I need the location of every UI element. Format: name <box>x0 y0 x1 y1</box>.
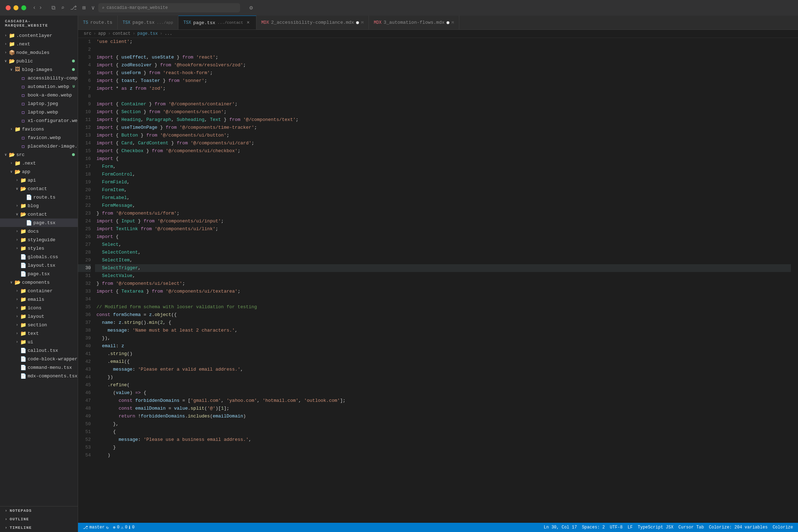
sidebar-item-src[interactable]: ∨ 📂 src <box>0 150 78 159</box>
tree-label: favicons <box>22 127 44 132</box>
sidebar-item-styles[interactable]: › 📁 styles <box>0 244 78 253</box>
sidebar-item-favicons[interactable]: › 📁 favicons <box>0 125 78 133</box>
sidebar-item-public[interactable]: ∨ 📂 public <box>0 57 78 65</box>
code-line: (value) => { <box>95 389 791 397</box>
sidebar-item-app[interactable]: ∨ 📂 app <box>0 167 78 176</box>
maximize-button[interactable] <box>21 5 26 10</box>
sidebar-item-route-ts[interactable]: 📄 route.ts <box>0 193 78 201</box>
folder-icon: 📁 <box>20 296 26 303</box>
eol[interactable]: LF <box>628 525 633 530</box>
language-mode[interactable]: TypeScript JSX <box>638 525 674 530</box>
folder-icon: 📁 <box>20 228 26 234</box>
git-branch[interactable]: ⎇ master ↻ <box>83 525 109 530</box>
sidebar-item-container[interactable]: › 📁 container <box>0 287 78 295</box>
tab-label: page.tsx <box>193 20 215 26</box>
sidebar-item-styleguide[interactable]: › 📁 styleguide <box>0 235 78 244</box>
sidebar-item-text[interactable]: › 📁 text <box>0 329 78 338</box>
close-button[interactable] <box>6 5 11 10</box>
file-icon: 📄 <box>20 254 26 260</box>
tab-route[interactable]: TS route.ts <box>78 16 118 29</box>
sidebar-item-book-demo-webp[interactable]: ◻ book-a-demo.webp <box>0 91 78 99</box>
sidebar-item-favicon-webp[interactable]: ◻ favicon.webp <box>0 133 78 142</box>
back-button[interactable]: ‹ <box>33 5 36 11</box>
cursor-position[interactable]: Ln 30, Col 17 <box>544 525 577 530</box>
sidebar-item-blog[interactable]: › 📁 blog <box>0 201 78 210</box>
tree-label: contact <box>28 186 47 192</box>
breadcrumb-file[interactable]: page.tsx <box>137 31 158 36</box>
indentation[interactable]: Spaces: 2 <box>582 525 605 530</box>
code-content[interactable]: 'use client'; import { useEffect, useSta… <box>95 38 798 523</box>
code-editor[interactable]: 123 456 789 101112 131415 161718 192021 … <box>78 38 798 523</box>
sidebar-item-x1-webp[interactable]: ◻ x1-configurator.webp <box>0 116 78 125</box>
sidebar-item-globals-css[interactable]: 📄 globals.css <box>0 253 78 261</box>
sidebar-item-automation-webp[interactable]: ◻ automation.webp U <box>0 82 78 91</box>
tab-close-button[interactable]: × <box>245 20 251 26</box>
code-line: import { toast, Toaster } from 'sonner'; <box>95 77 791 85</box>
chevron-down-icon[interactable]: ∨ <box>92 4 95 11</box>
colorize2-text: Colorize <box>772 525 793 530</box>
cursor-mode[interactable]: Cursor Tab <box>678 525 704 530</box>
search-icon[interactable]: ⌕ <box>61 4 65 11</box>
file-tree[interactable]: › 📁 .contentlayer › 📁 .next › 📦 node_mod… <box>0 31 78 506</box>
sidebar-item-ui[interactable]: › 📁 ui <box>0 338 78 346</box>
tab-page-contact[interactable]: TSX page.tsx .../contact × <box>178 16 256 29</box>
sidebar-item-placeholder-webp[interactable]: ◻ placeholder-image.webp <box>0 142 78 150</box>
folder-open-icon: 📂 <box>20 185 26 192</box>
colorize2-status[interactable]: Colorize <box>772 525 793 530</box>
sidebar-item-emails[interactable]: › 📁 emails <box>0 295 78 304</box>
sidebar-item-src-next[interactable]: › 📁 .next <box>0 159 78 167</box>
sidebar-item-page-tsx[interactable]: 📄 page.tsx <box>0 218 78 227</box>
code-line <box>95 46 791 54</box>
source-control-icon[interactable]: ⎇ <box>70 4 77 11</box>
sidebar-item-api[interactable]: › 📁 api <box>0 176 78 184</box>
sidebar-item-code-block[interactable]: 📄 code-block-wrapper.tsx <box>0 355 78 363</box>
breadcrumb-app[interactable]: app <box>98 31 106 36</box>
file-icon: ◻ <box>20 92 26 98</box>
sidebar-item-callout[interactable]: 📄 callout.tsx <box>0 346 78 355</box>
title-actions: ⚙ <box>249 4 253 11</box>
minimize-button[interactable] <box>13 5 18 10</box>
sidebar-item-accessibility-webp[interactable]: ◻ accessibility-complian... U <box>0 74 78 82</box>
extensions-icon[interactable]: ⊞ <box>82 4 86 11</box>
sidebar-item-page-tsx-root[interactable]: 📄 page.tsx <box>0 270 78 278</box>
breadcrumb-src[interactable]: src <box>84 31 92 36</box>
colorize-status[interactable]: Colorize: 204 variables <box>709 525 768 530</box>
sidebar-item-contact[interactable]: ∨ 📂 contact <box>0 210 78 218</box>
sidebar-item-icons[interactable]: › 📁 icons <box>0 304 78 312</box>
arrow-icon: › <box>14 323 20 327</box>
explorer-icon[interactable]: ⧉ <box>51 5 55 11</box>
file-icon: ◻ <box>20 117 26 124</box>
sidebar-item-layout[interactable]: › 📁 layout <box>0 312 78 321</box>
timeline-section[interactable]: › TIMELINE <box>0 523 78 532</box>
encoding[interactable]: UTF-8 <box>610 525 622 530</box>
sidebar-item-command-menu[interactable]: 📄 command-menu.tsx <box>0 363 78 372</box>
sidebar-item-blog-images[interactable]: ∨ 🖼 blog-images <box>0 65 78 74</box>
breadcrumb-more[interactable]: ... <box>165 31 172 36</box>
code-line <box>95 93 791 100</box>
git-icon: ⎇ <box>83 525 88 530</box>
tab-automation[interactable]: MDX 3_automation-flows.mdx M <box>369 16 459 29</box>
search-bar[interactable]: ⌕ cascadia-marquee_website <box>98 3 240 12</box>
sidebar-item-layout-tsx[interactable]: 📄 layout.tsx <box>0 261 78 270</box>
file-mdx-icon: MDX <box>261 20 269 25</box>
info-icon: ℹ <box>129 525 131 530</box>
sidebar-item-contentlayer[interactable]: › 📁 .contentlayer <box>0 31 78 40</box>
tab-page-app[interactable]: TSX page.tsx .../app <box>118 16 178 29</box>
sidebar-item-next[interactable]: › 📁 .next <box>0 40 78 48</box>
settings-icon[interactable]: ⚙ <box>249 4 253 11</box>
sidebar-item-section[interactable]: › 📁 section <box>0 321 78 329</box>
sidebar-item-contact-api[interactable]: ∨ 📂 contact <box>0 184 78 193</box>
sidebar-item-laptop-jpeg[interactable]: ◻ laptop.jpeg <box>0 99 78 108</box>
sidebar-item-components[interactable]: ∨ 📂 components <box>0 278 78 287</box>
errors-count[interactable]: ⊗ 0 ⚠ 0 ℹ 0 <box>113 525 134 530</box>
sidebar-item-mdx-components[interactable]: 📄 mdx-components.tsx <box>0 372 78 380</box>
forward-button[interactable]: › <box>39 5 43 11</box>
sidebar-item-laptop-webp[interactable]: ◻ laptop.webp <box>0 108 78 116</box>
breadcrumb-contact[interactable]: contact <box>113 31 131 36</box>
tab-accessibility[interactable]: MDX 2_accessibility-compliance.mdx M <box>256 16 369 29</box>
sidebar-item-docs[interactable]: › 📁 docs <box>0 227 78 235</box>
outline-section[interactable]: › OUTLINE <box>0 515 78 523</box>
tree-label: public <box>16 59 33 64</box>
notepads-section[interactable]: › NOTEPADS <box>0 506 78 515</box>
sidebar-item-node-modules[interactable]: › 📦 node_modules <box>0 48 78 57</box>
